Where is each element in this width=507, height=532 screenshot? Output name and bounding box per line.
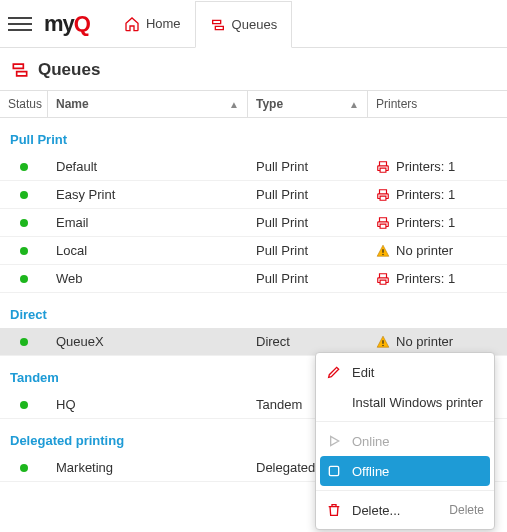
cell-name: Easy Print — [48, 187, 248, 202]
cell-printers: Printers: 1 — [368, 187, 507, 202]
printer-icon — [376, 216, 390, 230]
menu-item-install[interactable]: Install Windows printer — [316, 387, 494, 417]
cell-name: Email — [48, 215, 248, 230]
menu-label: Offline — [352, 464, 484, 479]
menu-label: Edit — [352, 365, 484, 380]
tab-home[interactable]: Home — [110, 0, 195, 47]
cell-type: Pull Print — [248, 215, 368, 230]
cell-name: HQ — [48, 397, 248, 412]
col-type[interactable]: Type ▲ — [248, 91, 368, 117]
cell-type: Pull Print — [248, 159, 368, 174]
menu-separator — [316, 421, 494, 422]
col-status[interactable]: Status — [0, 91, 48, 117]
home-icon — [124, 16, 140, 32]
blank-icon — [326, 394, 342, 410]
table-row[interactable]: LocalPull PrintNo printer — [0, 237, 507, 265]
menu-item-edit[interactable]: Edit — [316, 357, 494, 387]
status-dot-icon — [20, 275, 28, 283]
warning-icon — [376, 244, 390, 258]
table-header: Status Name ▲ Type ▲ Printers — [0, 90, 507, 118]
tab-queues[interactable]: Queues — [195, 1, 293, 48]
sort-asc-icon: ▲ — [349, 99, 359, 110]
status-dot-icon — [20, 401, 28, 409]
cell-type: Pull Print — [248, 243, 368, 258]
context-menu: Edit Install Windows printer Online Offl… — [315, 352, 495, 482]
cell-printers: Printers: 1 — [368, 215, 507, 230]
cell-type: Pull Print — [248, 187, 368, 202]
cell-printers: Printers: 1 — [368, 271, 507, 286]
col-printers[interactable]: Printers — [368, 91, 507, 117]
menu-label: Online — [352, 434, 484, 449]
table-row[interactable]: DefaultPull PrintPrinters: 1 — [0, 153, 507, 181]
status-dot-icon — [20, 219, 28, 227]
menu-item-offline[interactable]: Offline — [320, 456, 490, 482]
queues-icon — [10, 60, 30, 80]
cell-name: Web — [48, 271, 248, 286]
queues-icon — [210, 17, 226, 33]
square-icon — [326, 463, 342, 479]
tab-queues-label: Queues — [232, 17, 278, 32]
play-icon — [326, 433, 342, 449]
menu-label: Install Windows printer — [352, 395, 484, 410]
table-row[interactable]: EmailPull PrintPrinters: 1 — [0, 209, 507, 237]
top-bar: myQ Home Queues — [0, 0, 507, 48]
printer-icon — [376, 188, 390, 202]
logo: myQ — [44, 11, 90, 37]
cell-name: QueueX — [48, 334, 248, 349]
cell-name: Local — [48, 243, 248, 258]
cell-type: Pull Print — [248, 271, 368, 286]
page-title-text: Queues — [38, 60, 100, 80]
menu-button[interactable] — [8, 12, 32, 36]
table-row[interactable]: WebPull PrintPrinters: 1 — [0, 265, 507, 293]
status-dot-icon — [20, 464, 28, 472]
page-title: Queues — [0, 48, 507, 90]
cell-type: Direct — [248, 334, 368, 349]
status-dot-icon — [20, 247, 28, 255]
logo-text-black: my — [44, 11, 74, 36]
status-dot-icon — [20, 338, 28, 346]
menu-item-online: Online — [316, 426, 494, 456]
printer-icon — [376, 160, 390, 174]
cell-printers: No printer — [368, 334, 507, 349]
cell-name: Marketing — [48, 460, 248, 475]
printer-icon — [376, 272, 390, 286]
col-name[interactable]: Name ▲ — [48, 91, 248, 117]
edit-icon — [326, 364, 342, 380]
table-row[interactable]: Easy PrintPull PrintPrinters: 1 — [0, 181, 507, 209]
cell-name: Default — [48, 159, 248, 174]
group-header[interactable]: Direct — [0, 293, 507, 328]
sort-asc-icon: ▲ — [229, 99, 239, 110]
tab-home-label: Home — [146, 16, 181, 31]
col-name-label: Name — [56, 97, 89, 111]
cell-printers: No printer — [368, 243, 507, 258]
status-dot-icon — [20, 163, 28, 171]
warning-icon — [376, 335, 390, 349]
cell-printers: Printers: 1 — [368, 159, 507, 174]
col-type-label: Type — [256, 97, 283, 111]
logo-text-red: Q — [74, 11, 90, 36]
group-header[interactable]: Pull Print — [0, 118, 507, 153]
status-dot-icon — [20, 191, 28, 199]
